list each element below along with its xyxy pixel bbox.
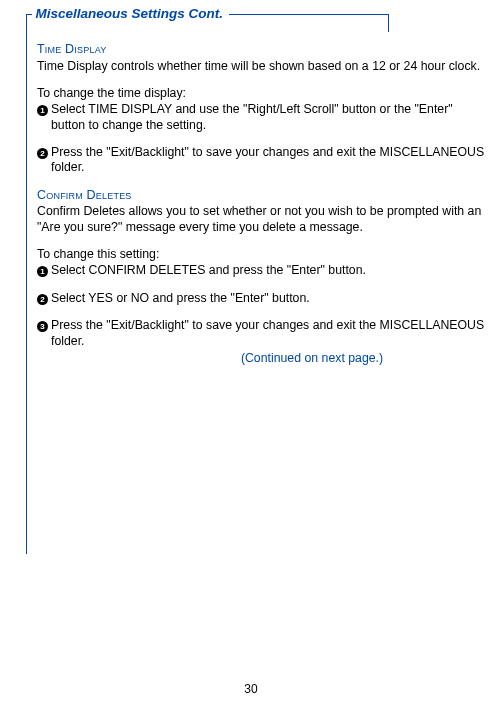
confirm-deletes-intro: Confirm Deletes allows you to set whethe…	[37, 204, 487, 235]
header-rule-right	[229, 14, 389, 32]
step-text: Select YES or NO and press the "Enter" b…	[51, 291, 487, 306]
time-display-leadin: To change the time display:	[37, 86, 487, 101]
step-text: Press the "Exit/Backlight" to save your …	[51, 318, 487, 349]
body-text: Time Display Time Display controls wheth…	[27, 36, 487, 366]
time-step-1: 1 Select TIME DISPLAY and use the "Right…	[37, 102, 487, 133]
confirm-deletes-heading: Confirm Deletes	[37, 188, 487, 204]
time-display-intro: Time Display controls whether time will …	[37, 59, 487, 74]
continued-note: (Continued on next page.)	[37, 351, 487, 366]
step-number-icon: 1	[37, 102, 51, 133]
step-number-icon: 1	[37, 263, 51, 278]
step-number-icon: 3	[37, 318, 51, 349]
confirm-step-2: 2 Select YES or NO and press the "Enter"…	[37, 291, 487, 306]
section-title: Miscellaneous Settings Cont.	[32, 7, 230, 20]
time-step-2: 2 Press the "Exit/Backlight" to save you…	[37, 145, 487, 176]
section-header-bar: Miscellaneous Settings Cont.	[27, 14, 488, 32]
confirm-step-3: 3 Press the "Exit/Backlight" to save you…	[37, 318, 487, 349]
page-number: 30	[0, 682, 502, 696]
step-text: Select CONFIRM DELETES and press the "En…	[51, 263, 487, 278]
step-text: Select TIME DISPLAY and use the "Right/L…	[51, 102, 487, 133]
confirm-step-1: 1 Select CONFIRM DELETES and press the "…	[37, 263, 487, 278]
confirm-deletes-leadin: To change this setting:	[37, 247, 487, 262]
step-number-icon: 2	[37, 291, 51, 306]
step-text: Press the "Exit/Backlight" to save your …	[51, 145, 487, 176]
step-number-icon: 2	[37, 145, 51, 176]
page-content: Miscellaneous Settings Cont. Time Displa…	[26, 14, 488, 554]
time-display-heading: Time Display	[37, 42, 487, 58]
